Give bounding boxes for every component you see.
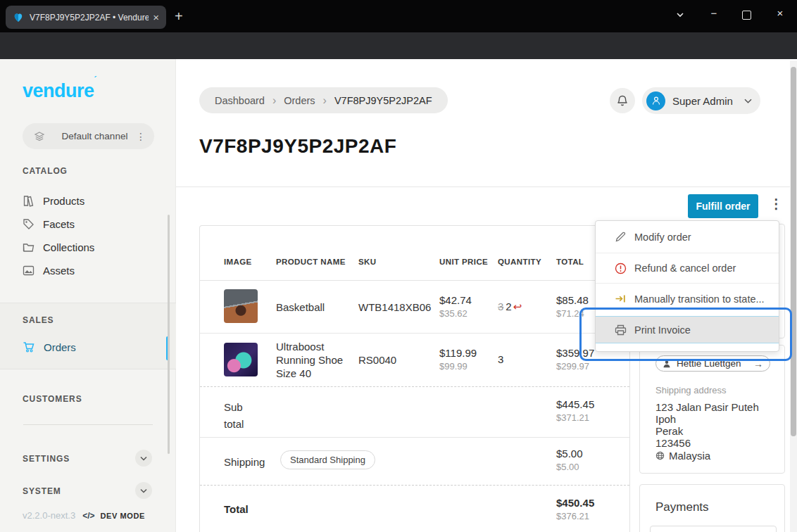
quantity-change-icon: ↩	[513, 300, 522, 312]
folder-icon	[23, 241, 34, 253]
sidebar-heading-catalog: CATALOG	[23, 166, 68, 176]
breadcrumb-current: V7F8PJ9Y5P2JP2AF	[334, 95, 432, 106]
browser-tab[interactable]: V7F8PJ9Y5P2JP2AF • Vendure ×	[6, 6, 166, 29]
shipping-net: $5.00	[556, 462, 583, 472]
quantity-old: 3	[498, 300, 503, 312]
dev-mode-label[interactable]: DEV MODE	[101, 512, 145, 520]
product-image-basketball[interactable]	[224, 289, 258, 323]
channel-kebab-icon[interactable]: ⋮	[136, 131, 146, 142]
pencil-icon	[615, 231, 627, 243]
col-total: TOTAL	[556, 258, 584, 266]
subtotal-row: Sub total $445.45 $371.21	[200, 386, 629, 438]
channel-label: Default channel	[54, 131, 136, 141]
col-product-name: PRODUCT NAME	[276, 258, 346, 266]
main-content: Dashboard › Orders › V7F8PJ9Y5P2JP2AF Su…	[176, 59, 797, 532]
header-divider	[176, 186, 797, 187]
printer-icon	[615, 324, 627, 336]
breadcrumb-orders[interactable]: Orders	[284, 95, 315, 106]
sidebar-item-facets[interactable]: Facets	[23, 218, 75, 230]
line-total-net: $71.24	[556, 308, 589, 319]
sidebar-item-collections[interactable]: Collections	[23, 241, 94, 253]
unit-price-gross: $119.99	[439, 347, 477, 359]
breadcrumb-dashboard[interactable]: Dashboard	[215, 95, 265, 106]
page-scrollbar-thumb[interactable]	[791, 67, 796, 436]
chevron-down-icon	[140, 488, 147, 493]
sidebar-item-assets[interactable]: Assets	[23, 265, 75, 277]
table-row: Ultraboost Running Shoe Size 40 RS0040 $…	[200, 333, 629, 386]
col-image: IMAGE	[224, 258, 252, 266]
person-icon	[651, 96, 661, 106]
user-name: Super Admin	[672, 95, 739, 107]
bell-icon	[616, 94, 629, 108]
sidebar-scrollbar[interactable]	[168, 215, 170, 454]
customer-card: Hettie Luettgen → Shipping address 123 J…	[639, 345, 785, 474]
line-total-gross: $85.48	[556, 294, 589, 306]
user-avatar	[646, 91, 665, 110]
menu-item-transition-state[interactable]: Manually transition to state...	[596, 284, 779, 314]
menu-item-print-invoice[interactable]: Print Invoice	[596, 316, 779, 343]
col-quantity: QUANTITY	[498, 258, 541, 266]
globe-icon	[655, 451, 665, 460]
shipping-gross: $5.00	[556, 448, 583, 460]
address-line: 123456	[655, 437, 759, 449]
window-minimize-button[interactable]: −	[705, 7, 722, 19]
product-image-shoe[interactable]	[224, 343, 258, 376]
fulfill-order-button[interactable]: Fulfill order	[688, 194, 758, 218]
code-icon: </>	[82, 511, 94, 521]
sidebar-heading-system: SYSTEM	[23, 486, 61, 496]
unit-price-net: $35.62	[439, 308, 472, 319]
exclamation-circle-icon	[615, 262, 627, 274]
sidebar-sales-group	[0, 303, 176, 369]
shipping-label: Shipping	[224, 455, 265, 469]
line-total-gross: $359.97	[556, 347, 594, 359]
chevron-down-icon	[744, 99, 752, 103]
sidebar: vendure´ Default channel ⋮ CATALOG Produ…	[0, 59, 176, 532]
product-name[interactable]: Basketball	[276, 300, 325, 314]
subtotal-net: $371.21	[556, 412, 594, 423]
products-icon	[23, 195, 34, 207]
tab-search-icon[interactable]	[674, 10, 686, 20]
address-line: 123 Jalan Pasir Puteh	[655, 401, 759, 413]
product-name[interactable]: Ultraboost Running Shoe Size 40	[276, 340, 350, 380]
person-icon	[663, 360, 671, 368]
vendure-logo: vendure´	[23, 80, 96, 102]
shipping-row: Shipping Standard Shipping $5.00 $5.00	[200, 437, 629, 486]
product-sku: WTB1418XB06	[358, 300, 431, 314]
sidebar-item-orders[interactable]: Orders	[23, 341, 76, 353]
system-expand-button[interactable]	[135, 482, 152, 499]
subtotal-label: Sub total	[224, 399, 261, 433]
settings-expand-button[interactable]	[135, 450, 152, 467]
chevron-right-icon: ›	[272, 94, 276, 107]
notifications-button[interactable]	[610, 88, 635, 113]
tab-close-icon[interactable]: ×	[153, 11, 159, 23]
shipping-address-label: Shipping address	[655, 385, 726, 395]
quantity: 2	[506, 300, 511, 312]
sidebar-item-products[interactable]: Products	[23, 195, 84, 207]
col-sku: SKU	[358, 258, 376, 266]
total-label: Total	[224, 502, 249, 516]
payments-card: Payments	[639, 484, 785, 532]
customer-link[interactable]: Hettie Luettgen →	[655, 355, 770, 372]
window-maximize-button[interactable]	[742, 11, 751, 20]
channel-selector[interactable]: Default channel ⋮	[23, 123, 154, 149]
table-header-row: IMAGE PRODUCT NAME SKU UNIT PRICE QUANTI…	[200, 226, 629, 281]
new-tab-button[interactable]: +	[175, 8, 183, 25]
subtotal-gross: $445.45	[556, 398, 594, 410]
unit-price-gross: $42.74	[439, 294, 472, 306]
country: Malaysia	[669, 450, 710, 462]
chevron-right-icon: ›	[323, 94, 327, 107]
menu-item-refund-cancel[interactable]: Refund & cancel order	[596, 253, 779, 284]
payment-entry	[650, 526, 777, 532]
order-table-card: IMAGE PRODUCT NAME SKU UNIT PRICE QUANTI…	[199, 225, 630, 532]
layers-icon	[34, 131, 45, 142]
tag-icon	[23, 218, 34, 230]
product-sku: RS0040	[358, 353, 396, 367]
table-row: Basketball WTB1418XB06 $42.74 $35.62 32↩…	[200, 280, 629, 334]
window-close-button[interactable]: ×	[772, 7, 789, 19]
unit-price-net: $99.99	[439, 361, 477, 372]
menu-item-modify-order[interactable]: Modify order	[596, 221, 779, 253]
order-actions-kebab-icon[interactable]: ⋮	[770, 196, 783, 212]
line-total-net: $299.97	[556, 361, 594, 372]
shipping-address: 123 Jalan Pasir Puteh Ipoh Perak 123456 …	[655, 401, 759, 462]
user-menu[interactable]: Super Admin	[642, 87, 760, 114]
